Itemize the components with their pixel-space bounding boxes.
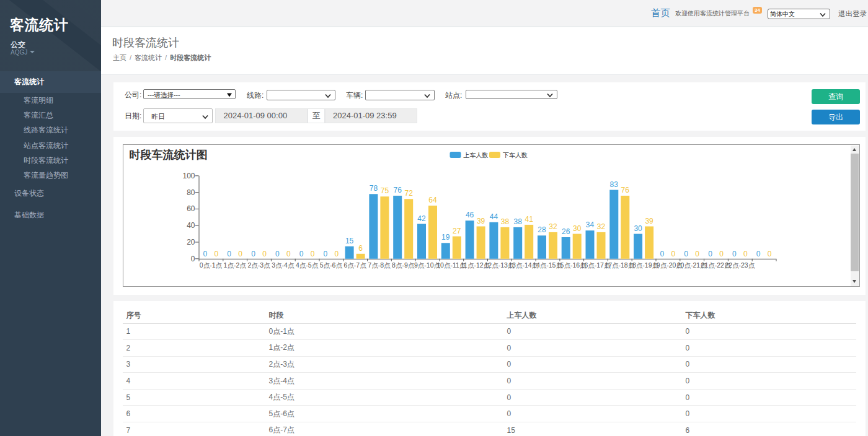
- svg-text:8点-9点: 8点-9点: [392, 261, 415, 269]
- svg-text:6点-7点: 6点-7点: [343, 261, 366, 269]
- svg-text:22点-23点: 22点-23点: [725, 261, 755, 269]
- svg-text:0: 0: [214, 249, 218, 258]
- svg-text:26: 26: [562, 227, 570, 236]
- svg-text:0: 0: [190, 254, 195, 263]
- svg-text:0: 0: [227, 249, 231, 258]
- svg-text:0: 0: [671, 249, 675, 258]
- svg-text:76: 76: [621, 186, 629, 194]
- svg-text:0: 0: [756, 249, 760, 258]
- svg-text:75: 75: [380, 186, 389, 195]
- svg-text:0: 0: [203, 249, 207, 258]
- svg-text:19: 19: [441, 233, 450, 242]
- svg-text:6: 6: [358, 243, 363, 252]
- svg-text:0: 0: [334, 249, 339, 258]
- svg-text:0: 0: [767, 249, 771, 258]
- svg-text:100: 100: [182, 171, 195, 180]
- svg-text:15: 15: [345, 236, 353, 245]
- svg-text:78: 78: [369, 184, 378, 193]
- svg-text:0: 0: [299, 249, 303, 258]
- svg-text:0: 0: [660, 249, 664, 258]
- svg-text:1点-2点: 1点-2点: [223, 261, 246, 269]
- svg-text:83: 83: [609, 180, 618, 188]
- svg-text:0: 0: [719, 249, 724, 258]
- svg-text:30: 30: [573, 224, 582, 232]
- svg-text:32: 32: [549, 222, 557, 230]
- svg-text:64: 64: [428, 196, 437, 204]
- svg-text:0: 0: [695, 249, 699, 258]
- svg-text:80: 80: [187, 188, 195, 196]
- svg-text:0: 0: [684, 249, 688, 258]
- svg-text:44: 44: [489, 212, 498, 220]
- svg-text:0: 0: [708, 249, 712, 258]
- svg-text:5点-6点: 5点-6点: [319, 261, 342, 269]
- svg-text:0: 0: [310, 249, 314, 258]
- svg-text:7点-8点: 7点-8点: [368, 261, 391, 269]
- svg-text:38: 38: [500, 217, 509, 225]
- svg-text:0: 0: [323, 249, 327, 258]
- svg-text:28: 28: [538, 225, 546, 234]
- svg-text:76: 76: [393, 186, 402, 194]
- svg-text:0: 0: [262, 249, 267, 258]
- svg-text:时段车流统计图: 时段车流统计图: [129, 148, 207, 160]
- svg-text:30: 30: [634, 224, 642, 232]
- svg-text:72: 72: [404, 189, 413, 198]
- svg-text:0: 0: [251, 249, 255, 258]
- svg-text:4点-5点: 4点-5点: [296, 261, 319, 269]
- svg-text:42: 42: [417, 214, 426, 222]
- svg-text:0: 0: [286, 249, 290, 258]
- svg-text:0: 0: [275, 249, 279, 258]
- svg-text:34: 34: [585, 220, 594, 229]
- svg-text:3点-4点: 3点-4点: [272, 261, 294, 269]
- svg-text:0点-1点: 0点-1点: [199, 261, 222, 269]
- svg-text:39: 39: [476, 216, 485, 225]
- svg-text:0: 0: [238, 249, 242, 258]
- svg-text:60: 60: [187, 204, 195, 213]
- svg-text:40: 40: [187, 221, 195, 230]
- svg-text:0: 0: [732, 249, 736, 258]
- svg-text:0: 0: [743, 249, 747, 258]
- svg-text:27: 27: [453, 226, 461, 235]
- svg-text:39: 39: [645, 216, 653, 225]
- svg-text:上车人数: 上车人数: [463, 152, 488, 159]
- svg-text:41: 41: [525, 214, 533, 223]
- svg-text:20: 20: [187, 238, 195, 246]
- svg-text:下车人数: 下车人数: [503, 152, 528, 159]
- svg-text:2点-3点: 2点-3点: [247, 261, 270, 269]
- svg-text:38: 38: [513, 217, 522, 225]
- svg-text:32: 32: [596, 222, 605, 230]
- svg-text:46: 46: [465, 211, 474, 219]
